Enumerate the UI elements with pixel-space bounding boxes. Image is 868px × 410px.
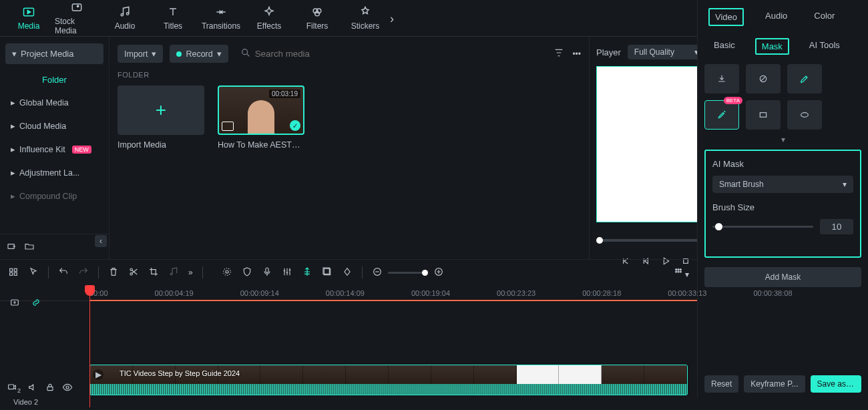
svg-point-38	[680, 271, 681, 272]
group-icon[interactable]	[322, 266, 333, 279]
mask-brush[interactable]: BETA	[704, 100, 739, 130]
svg-point-3	[121, 14, 123, 16]
tab-stickers[interactable]: Stickers	[343, 0, 387, 37]
svg-point-27	[223, 268, 230, 275]
svg-point-33	[676, 268, 677, 270]
label: Project Media	[21, 49, 73, 59]
marker-icon[interactable]	[302, 266, 312, 279]
media-clip[interactable]: 00:03:19 ✓	[218, 85, 304, 135]
right-tab-video[interactable]: Video	[708, 8, 744, 26]
record-dropdown[interactable]: Record▾	[170, 45, 228, 63]
tab-label: Stock Media	[55, 17, 99, 35]
sidebar-item-compound[interactable]: ▸Compound Clip	[4, 185, 105, 207]
svg-point-24	[130, 268, 132, 270]
shield-icon[interactable]	[242, 266, 252, 279]
save-preset-button[interactable]: Save as cu...	[811, 375, 861, 393]
search-input[interactable]	[255, 49, 349, 59]
tl-cursor-icon[interactable]	[28, 266, 39, 279]
collapse-sidebar[interactable]: ‹	[95, 235, 107, 247]
music-icon[interactable]	[168, 266, 179, 279]
clip-duration: 00:03:19	[269, 89, 300, 98]
undo-icon[interactable]	[58, 266, 69, 279]
tab-titles[interactable]: Titles	[151, 0, 195, 37]
sidebar-item-adjustment[interactable]: ▸Adjustment La...	[4, 162, 105, 184]
svg-rect-1	[72, 4, 81, 11]
expand-masks[interactable]: ▾	[704, 135, 861, 144]
svg-point-9	[242, 49, 247, 55]
import-media-button[interactable]: +	[118, 85, 204, 135]
svg-point-35	[680, 268, 681, 270]
link-track-icon[interactable]	[31, 297, 41, 310]
beta-badge: BETA	[724, 97, 742, 104]
format-icon	[222, 122, 234, 131]
tab-effects[interactable]: Effects	[247, 0, 291, 37]
mask-pen[interactable]	[787, 64, 822, 93]
mixer-icon[interactable]	[282, 266, 292, 279]
svg-rect-19	[10, 268, 13, 271]
tl-layout-icon[interactable]	[8, 266, 19, 279]
smart-brush-select[interactable]: Smart Brush▾	[712, 176, 853, 193]
brush-slider[interactable]	[712, 226, 813, 228]
subtab-ai[interactable]: AI Tools	[804, 38, 845, 55]
timeline-ruler[interactable]: 00:00 00:00:04:19 00:00:09:14 00:00:14:0…	[0, 285, 697, 301]
thumb-image	[248, 100, 274, 134]
tab-label: Stickers	[351, 21, 380, 31]
more-tools-icon[interactable]: »	[188, 268, 193, 277]
mask-ellipse[interactable]	[787, 100, 822, 130]
track-video-icon[interactable]: 2	[7, 382, 21, 394]
mask-rect[interactable]	[746, 100, 781, 130]
check-icon: ✓	[290, 120, 300, 131]
subtab-mask[interactable]: Mask	[755, 38, 789, 55]
sidebar-item-cloud[interactable]: ▸Cloud Media	[4, 115, 105, 137]
tab-audio[interactable]: Audio	[103, 0, 147, 37]
mic-icon[interactable]	[262, 266, 272, 279]
svg-rect-40	[47, 387, 53, 390]
delete-icon[interactable]	[108, 266, 119, 279]
zoom-slider[interactable]	[388, 272, 428, 274]
filter-icon[interactable]	[554, 47, 564, 60]
timeline-clip[interactable]: ▶ TIC Videos Step by Step Guide 2024	[89, 365, 688, 395]
more-icon[interactable]: •••	[572, 49, 581, 59]
tab-media[interactable]: Media	[7, 0, 51, 37]
playhead[interactable]	[89, 285, 90, 407]
add-mask-button[interactable]: Add Mask	[704, 267, 861, 287]
subtab-basic[interactable]: Basic	[708, 38, 740, 55]
brush-size-input[interactable]	[820, 219, 853, 234]
reset-button[interactable]: Reset	[704, 375, 738, 393]
svg-rect-39	[9, 385, 14, 389]
track-audio-icon[interactable]	[27, 382, 38, 394]
track-visible-icon[interactable]	[62, 382, 73, 394]
zoom-out-icon[interactable]	[372, 266, 383, 279]
redo-icon[interactable]	[78, 266, 89, 279]
mask-import[interactable]	[704, 64, 739, 93]
new-folder-icon[interactable]	[7, 241, 17, 254]
tab-label: Transitions	[202, 21, 240, 31]
tab-transitions[interactable]: Transitions	[199, 0, 243, 37]
mask-none[interactable]	[746, 64, 781, 93]
import-dropdown[interactable]: Import▾	[118, 45, 163, 63]
keyframe-button[interactable]: Keyframe P...	[744, 375, 805, 393]
zoom-in-icon[interactable]	[433, 266, 444, 279]
sidebar-item-influence[interactable]: ▸Influence KitNEW	[4, 138, 105, 160]
crop-icon[interactable]	[148, 266, 159, 279]
card-label: Import Media	[118, 140, 204, 150]
folder-icon[interactable]	[24, 241, 35, 254]
tab-stock[interactable]: Stock Media	[55, 0, 99, 37]
right-tab-color[interactable]: Color	[809, 8, 840, 26]
grid-view-icon[interactable]: ▾	[673, 266, 689, 279]
tabs-overflow[interactable]: ›	[390, 12, 394, 26]
track-lock-icon[interactable]	[45, 382, 55, 394]
tab-filters[interactable]: Filters	[295, 0, 339, 37]
player-label: Player	[596, 47, 621, 57]
clip-title: TIC Videos Step by Step Guide 2024	[120, 369, 240, 377]
right-tab-audio[interactable]: Audio	[760, 8, 793, 26]
sidebar-item-global[interactable]: ▸Global Media	[4, 91, 105, 114]
svg-rect-20	[14, 268, 17, 271]
tab-label: Media	[18, 21, 40, 31]
cut-icon[interactable]	[128, 266, 139, 279]
keyframe-icon[interactable]	[342, 266, 353, 279]
project-media-dropdown[interactable]: ▾ Project Media	[5, 43, 103, 64]
adjust-icon[interactable]	[222, 266, 232, 279]
quality-dropdown[interactable]: Full Quality▾	[628, 45, 705, 59]
add-track-icon[interactable]	[9, 297, 20, 310]
